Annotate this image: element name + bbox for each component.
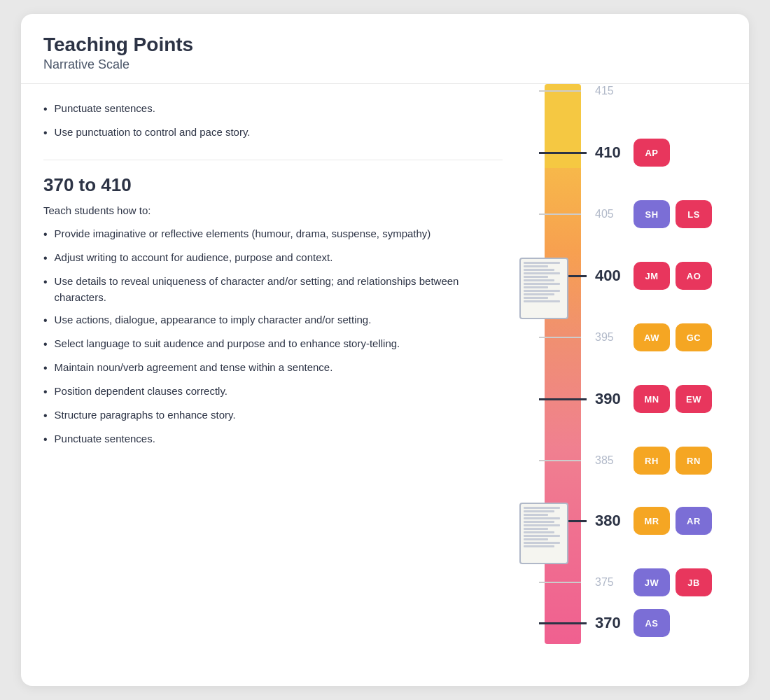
badge-AO: AO — [676, 262, 712, 290]
teach-label: Teach students how to: — [43, 204, 503, 216]
list-item: Select language to suit audence and purp… — [43, 336, 503, 353]
page-subtitle: Narrative Scale — [43, 57, 727, 72]
left-panel: Punctuate sentences. Use punctuation to … — [21, 84, 525, 686]
badge-GC: GC — [676, 323, 712, 351]
page-title: Teaching Points — [43, 34, 727, 56]
scale-container: 415 410 AP 405 SH LS — [525, 84, 749, 644]
list-item: Position dependent clauses correctly. — [43, 384, 503, 400]
previous-section: Punctuate sentences. Use punctuation to … — [43, 101, 503, 160]
badge-LS: LS — [676, 200, 712, 228]
badge-AR: AR — [676, 507, 712, 535]
badge-JW: JW — [634, 568, 670, 596]
main-card: Teaching Points Narrative Scale Punctuat… — [21, 14, 749, 686]
list-item: Provide imaginative or reflective elemen… — [43, 226, 503, 243]
list-item: Use punctuation to control and pace stor… — [43, 125, 503, 141]
badge-MR: MR — [634, 507, 670, 535]
list-item: Punctuate sentences. — [43, 101, 503, 118]
badge-MN: MN — [634, 385, 670, 413]
doc-thumbnail-400 — [519, 258, 568, 319]
right-panel: 415 410 AP 405 SH LS — [525, 84, 749, 686]
badge-JM: JM — [634, 262, 670, 290]
badge-AP: AP — [634, 139, 670, 167]
section-range-title: 370 to 410 — [43, 174, 503, 196]
list-item: Use details to reveal uniqueness of char… — [43, 274, 503, 305]
list-item: Adjust writing to account for audience, … — [43, 250, 503, 267]
main-content: Punctuate sentences. Use punctuation to … — [21, 84, 749, 686]
badge-EW: EW — [676, 385, 712, 413]
list-item: Structure paragraphs to enhance story. — [43, 407, 503, 424]
list-item: Use actions, dialogue, appearance to imp… — [43, 312, 503, 329]
header: Teaching Points Narrative Scale — [21, 14, 749, 84]
badge-RN: RN — [676, 447, 712, 475]
badge-SH: SH — [634, 200, 670, 228]
badge-RH: RH — [634, 447, 670, 475]
badge-AS: AS — [634, 609, 670, 637]
doc-thumbnail-380 — [519, 503, 568, 564]
list-item: Maintain noun/verb agreement and tense w… — [43, 360, 503, 377]
badge-AW: AW — [634, 323, 670, 351]
list-item: Punctuate sentences. — [43, 431, 503, 448]
badge-JB: JB — [676, 568, 712, 596]
